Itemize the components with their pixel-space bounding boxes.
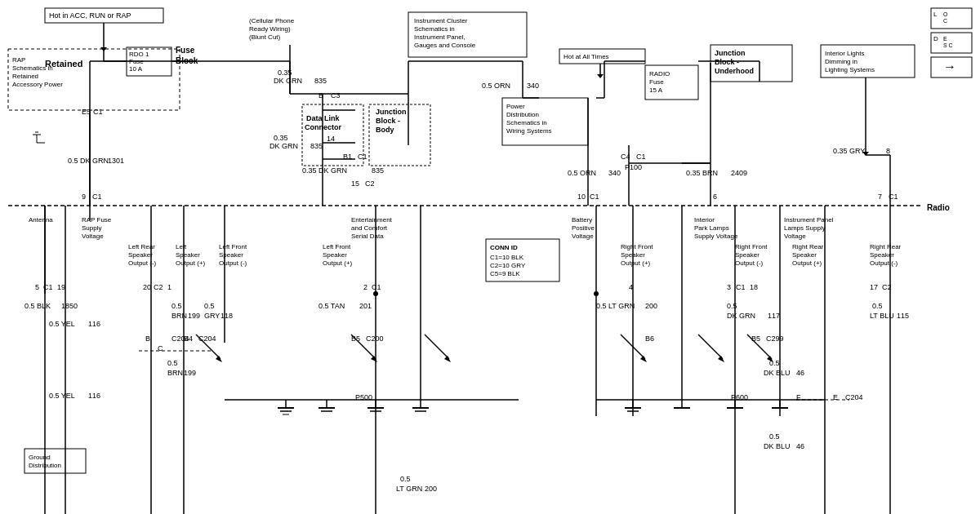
svg-text:118: 118: [220, 312, 233, 320]
svg-text:Ready Wiring): Ready Wiring): [249, 25, 291, 33]
svg-text:E: E: [943, 36, 947, 42]
svg-text:D: D: [933, 35, 938, 42]
svg-text:Speaker: Speaker: [176, 251, 200, 259]
svg-text:Accessory Power: Accessory Power: [12, 81, 63, 88]
svg-text:Retained: Retained: [45, 59, 82, 69]
schematic-diagram: L O C D E S C → Hot in ACC, RUN or RAP R…: [0, 0, 980, 514]
svg-text:C: C: [943, 18, 947, 24]
svg-text:Distribution: Distribution: [29, 462, 61, 469]
svg-text:Dimming in: Dimming in: [825, 58, 858, 65]
svg-text:0.5 ORN: 0.5 ORN: [568, 169, 596, 177]
svg-text:Left Front: Left Front: [323, 243, 351, 250]
svg-text:0.5 LT GRN: 0.5 LT GRN: [596, 302, 635, 310]
svg-text:1: 1: [167, 283, 172, 291]
svg-text:Right Rear: Right Rear: [792, 243, 824, 250]
svg-text:340: 340: [527, 82, 539, 90]
svg-text:0.5: 0.5: [172, 302, 182, 310]
svg-text:C299: C299: [766, 335, 784, 343]
svg-text:Right Front: Right Front: [621, 243, 653, 250]
svg-text:DK GRN: DK GRN: [270, 142, 298, 150]
svg-text:Output (-): Output (-): [870, 259, 898, 267]
svg-text:DK BLU: DK BLU: [764, 369, 791, 377]
svg-text:115: 115: [897, 312, 909, 320]
svg-text:0.5 BLK: 0.5 BLK: [24, 302, 51, 310]
svg-text:19: 19: [57, 283, 65, 291]
svg-text:S C: S C: [943, 42, 953, 48]
svg-text:9: 9: [82, 193, 86, 201]
svg-text:10: 10: [577, 193, 586, 201]
svg-text:0.5: 0.5: [204, 302, 215, 310]
svg-text:Interior: Interior: [694, 216, 715, 224]
svg-text:C1: C1: [92, 193, 102, 201]
svg-text:Left: Left: [176, 243, 187, 250]
svg-text:Entertainment: Entertainment: [351, 216, 393, 224]
svg-text:46: 46: [796, 442, 804, 450]
svg-text:Fuse: Fuse: [176, 46, 195, 55]
svg-text:18: 18: [750, 283, 758, 291]
svg-text:O: O: [943, 11, 948, 17]
svg-text:3: 3: [727, 283, 731, 291]
svg-text:and Comfort: and Comfort: [351, 224, 388, 232]
svg-text:BRN: BRN: [172, 312, 187, 320]
svg-text:C1: C1: [636, 153, 646, 161]
svg-text:Data Link: Data Link: [306, 114, 341, 122]
svg-text:Speaker: Speaker: [219, 251, 243, 259]
svg-text:15: 15: [351, 179, 359, 188]
svg-text:Voltage: Voltage: [572, 233, 594, 240]
svg-text:0.5: 0.5: [400, 475, 411, 483]
svg-text:Hot in ACC, RUN or RAP: Hot in ACC, RUN or RAP: [49, 11, 131, 20]
svg-text:→: →: [943, 60, 956, 73]
svg-text:Body: Body: [376, 126, 394, 134]
svg-text:Ground: Ground: [29, 454, 51, 461]
svg-text:B: B: [145, 335, 150, 343]
svg-text:C2=10 GRY: C2=10 GRY: [490, 262, 526, 269]
svg-text:15 A: 15 A: [649, 86, 663, 94]
svg-text:Block -: Block -: [376, 117, 400, 125]
svg-text:6: 6: [713, 193, 717, 201]
svg-text:0.5 YEL: 0.5 YEL: [49, 320, 75, 328]
svg-text:17: 17: [870, 283, 878, 291]
svg-point-272: [373, 291, 378, 296]
wiring-diagram-svg: L O C D E S C → Hot in ACC, RUN or RAP R…: [0, 0, 980, 514]
svg-text:Output (+): Output (+): [792, 259, 822, 267]
svg-text:B6: B6: [645, 335, 654, 343]
svg-text:Schematics in: Schematics in: [506, 119, 547, 126]
svg-text:Junction: Junction: [715, 49, 746, 57]
svg-text:RDO 1: RDO 1: [129, 51, 149, 58]
svg-text:(Cellular Phone: (Cellular Phone: [249, 17, 295, 24]
svg-text:Voltage: Voltage: [784, 233, 806, 240]
svg-text:Underhood: Underhood: [715, 67, 754, 75]
svg-text:Right Rear: Right Rear: [870, 243, 902, 250]
svg-text:C204: C204: [172, 335, 189, 343]
svg-text:C1: C1: [93, 108, 103, 116]
svg-text:0.5 TAN: 0.5 TAN: [318, 302, 345, 310]
svg-text:Schematics in: Schematics in: [414, 25, 455, 33]
svg-text:0.5 DK GRN: 0.5 DK GRN: [68, 157, 109, 165]
svg-text:0.35 GRY: 0.35 GRY: [833, 147, 865, 155]
svg-text:Interior Lights: Interior Lights: [825, 50, 864, 57]
svg-text:199: 199: [184, 369, 196, 377]
svg-text:Hot at All Times: Hot at All Times: [564, 53, 609, 60]
svg-text:C1=10 BLK: C1=10 BLK: [490, 254, 524, 261]
svg-text:7: 7: [878, 193, 882, 201]
svg-text:Fuse: Fuse: [649, 78, 664, 86]
svg-text:C204: C204: [198, 335, 216, 343]
svg-text:46: 46: [796, 369, 804, 377]
svg-text:GRY: GRY: [204, 312, 220, 320]
svg-text:Instrument Cluster: Instrument Cluster: [414, 17, 468, 24]
svg-text:14: 14: [327, 135, 335, 143]
svg-text:116: 116: [88, 392, 100, 400]
svg-text:0.35 DK GRN: 0.35 DK GRN: [302, 166, 347, 175]
svg-text:BRN: BRN: [167, 369, 183, 377]
svg-text:DK GRN: DK GRN: [274, 77, 302, 85]
svg-text:199: 199: [188, 312, 200, 320]
svg-text:(Blunt Cut): (Blunt Cut): [249, 33, 281, 41]
svg-text:C1: C1: [372, 283, 381, 291]
svg-text:Speaker: Speaker: [128, 251, 153, 259]
svg-text:Block -: Block -: [715, 58, 739, 66]
svg-text:C3: C3: [331, 91, 341, 100]
svg-text:Retained: Retained: [12, 73, 38, 80]
svg-text:Lighting Systems: Lighting Systems: [825, 66, 875, 73]
svg-text:Right Front: Right Front: [735, 243, 768, 250]
svg-text:C2: C2: [365, 179, 375, 188]
